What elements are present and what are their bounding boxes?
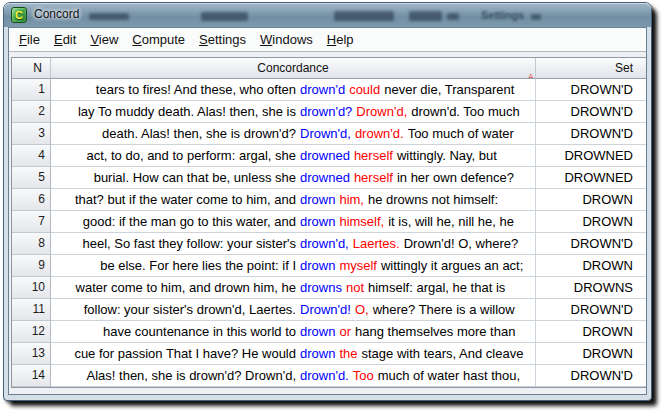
column-header-concordance-label: Concordance	[257, 61, 328, 75]
menu-compute[interactable]: Compute	[125, 30, 192, 49]
collocate: the	[339, 343, 357, 364]
table-row[interactable]: 5 burial. How can that be, unless she dr…	[12, 167, 647, 189]
row-number: 4	[38, 148, 45, 162]
concordance-cell: be else. For here lies the point: if I d…	[51, 255, 536, 277]
menu-file[interactable]: File	[12, 30, 47, 49]
collocate: could	[349, 79, 380, 100]
column-header-set-label: Set	[615, 61, 633, 75]
left-context: act, to do, and to perform: argal, she	[51, 145, 296, 166]
grid-header: N Concordance ▵ Set	[12, 58, 647, 79]
titlebar[interactable]: C Concord Settings	[4, 3, 651, 27]
set-cell: DROWN'D	[536, 299, 647, 321]
right-context: wittingly it argues an act;	[381, 255, 523, 276]
app-icon[interactable]: C	[11, 7, 27, 23]
table-row[interactable]: 1 tears to fires! And these, who often d…	[12, 79, 647, 101]
titlebar-background-artifact	[89, 13, 129, 20]
screenshot-canvas: C Concord Settings File Edit View Comput…	[0, 0, 662, 411]
table-row[interactable]: 14 Alas! then, she is drown'd? Drown'd, …	[12, 365, 647, 387]
set-cell: DROWN	[536, 189, 647, 211]
right-context: wittingly. Nay, but	[397, 145, 497, 166]
keyword: drown	[300, 255, 335, 276]
keyword: drown	[300, 343, 335, 364]
menu-help[interactable]: Help	[320, 30, 361, 49]
left-context: Alas! then, she is drown'd? Drown'd,	[51, 365, 296, 386]
collocate: herself	[354, 145, 393, 166]
keyword: drown	[300, 189, 335, 210]
concordance-cell: cue for passion That I have? He would dr…	[51, 343, 536, 365]
set-cell: DROWN'D	[536, 101, 647, 123]
row-number-cell: 3	[12, 123, 51, 145]
grid-rows: 1 tears to fires! And these, who often d…	[12, 79, 647, 387]
set-cell: DROWN	[536, 321, 647, 343]
row-number: 2	[38, 104, 45, 118]
collocate: himself,	[339, 211, 384, 232]
content-area: N Concordance ▵ Set 1 tears to fires! An…	[9, 52, 646, 394]
column-header-concordance[interactable]: Concordance ▵	[51, 58, 536, 79]
right-context: never die, Transparent	[384, 79, 514, 100]
concordance-cell: follow: your sister's drown'd, Laertes. …	[51, 299, 536, 321]
concordance-cell: act, to do, and to perform: argal, she d…	[51, 145, 536, 167]
row-number: 12	[32, 324, 45, 338]
table-row[interactable]: 3 death. Alas! then, she is drown'd? Dro…	[12, 123, 647, 145]
left-context: have countenance in this world to	[51, 321, 296, 342]
column-header-n[interactable]: N	[12, 58, 51, 79]
left-context: lay To muddy death. Alas! then, she is	[51, 101, 296, 122]
table-row[interactable]: 10 water come to him, and drown him, he …	[12, 277, 647, 299]
keyword: drown'd?	[300, 101, 352, 122]
concordance-grid: N Concordance ▵ Set 1 tears to fires! An…	[11, 57, 647, 388]
row-number: 5	[38, 170, 45, 184]
right-context: drown'd. Too much	[411, 101, 519, 122]
left-context: burial. How can that be, unless she	[51, 167, 296, 188]
left-context: tears to fires! And these, who often	[51, 79, 296, 100]
table-row[interactable]: 11 follow: your sister's drown'd, Laerte…	[12, 299, 647, 321]
table-row[interactable]: 8 heel, So fast they follow: your sister…	[12, 233, 647, 255]
column-header-n-label: N	[33, 61, 42, 75]
keyword: drown'd,	[300, 233, 349, 254]
collocate: myself	[339, 255, 377, 276]
table-row[interactable]: 9 be else. For here lies the point: if I…	[12, 255, 647, 277]
row-number-cell: 4	[12, 145, 51, 167]
collocate: not	[346, 277, 364, 298]
right-context: much of water hast thou,	[378, 365, 520, 386]
concordance-cell: Alas! then, she is drown'd? Drown'd, dro…	[51, 365, 536, 387]
table-row[interactable]: 6 that? but if the water come to him, an…	[12, 189, 647, 211]
column-header-set[interactable]: Set	[536, 58, 647, 79]
row-number-cell: 14	[12, 365, 51, 387]
menu-view[interactable]: View	[83, 30, 125, 49]
row-number-cell: 1	[12, 79, 51, 101]
row-number: 6	[38, 192, 45, 206]
row-number: 13	[32, 346, 45, 360]
menu-edit[interactable]: Edit	[47, 30, 83, 49]
row-number-cell: 9	[12, 255, 51, 277]
set-cell: DROWNS	[536, 277, 647, 299]
table-row[interactable]: 7 good: if the man go to this water, and…	[12, 211, 647, 233]
row-number: 3	[38, 126, 45, 140]
set-cell: DROWN'D	[536, 79, 647, 101]
left-context: cue for passion That I have? He would	[51, 343, 296, 364]
sort-indicator-icon[interactable]: ▵	[528, 71, 533, 80]
right-context: hang themselves more than	[355, 321, 515, 342]
keyword: drown	[300, 321, 335, 342]
concordance-cell: tears to fires! And these, who often dro…	[51, 79, 536, 101]
set-cell: DROWN	[536, 343, 647, 365]
right-context: stage with tears, And cleave	[362, 343, 524, 364]
right-context: he drowns not himself:	[368, 189, 498, 210]
table-row[interactable]: 13 cue for passion That I have? He would…	[12, 343, 647, 365]
left-context: good: if the man go to this water, and	[51, 211, 296, 232]
table-row[interactable]: 12 have countenance in this world to dro…	[12, 321, 647, 343]
menu-windows[interactable]: Windows	[253, 30, 320, 49]
collocate: Laertes.	[353, 233, 400, 254]
concordance-cell: good: if the man go to this water, and d…	[51, 211, 536, 233]
set-cell: DROWNED	[536, 167, 647, 189]
titlebar-background-artifact	[531, 14, 541, 20]
right-context: it is, will he, nill he, he	[388, 211, 514, 232]
left-context: heel, So fast they follow: your sister's	[51, 233, 296, 254]
keyword: drowned	[300, 145, 350, 166]
left-context: follow: your sister's drown'd, Laertes.	[51, 299, 296, 320]
right-context: in her own defence?	[397, 167, 514, 188]
table-row[interactable]: 4 act, to do, and to perform: argal, she…	[12, 145, 647, 167]
right-context: Drown'd! O, where?	[404, 233, 518, 254]
row-number-cell: 6	[12, 189, 51, 211]
table-row[interactable]: 2 lay To muddy death. Alas! then, she is…	[12, 101, 647, 123]
menu-settings[interactable]: Settings	[192, 30, 253, 49]
